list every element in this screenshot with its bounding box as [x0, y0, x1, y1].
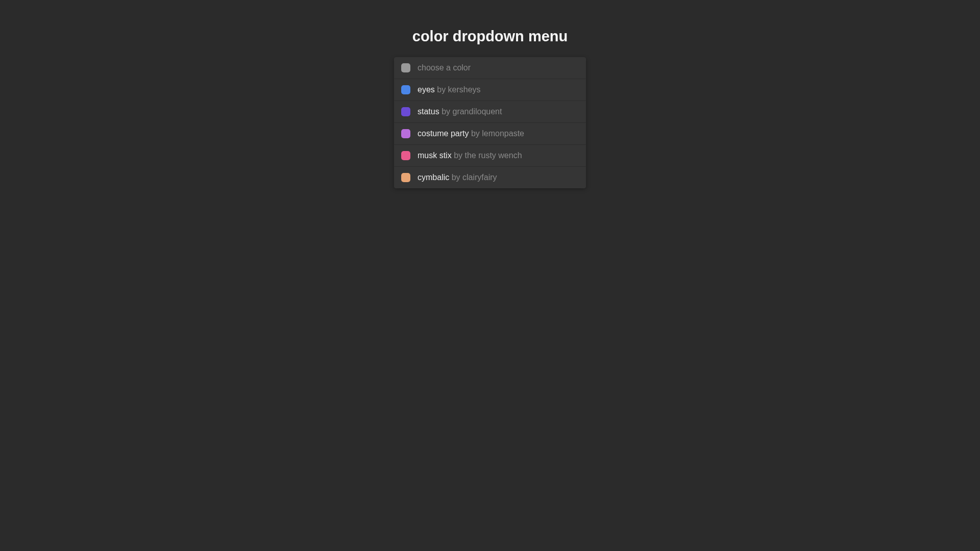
option-text: status by grandiloquent: [418, 108, 502, 116]
option-byline: by grandiloquent: [442, 107, 502, 116]
option-byline: by clairyfairy: [452, 173, 497, 182]
dropdown-option[interactable]: costume party by lemonpaste: [394, 123, 586, 145]
dropdown-placeholder[interactable]: choose a color: [394, 57, 586, 79]
option-name: cymbalic: [418, 173, 449, 182]
page-title: color dropdown menu: [412, 28, 568, 45]
color-dropdown: choose a color eyes by kersheys status b…: [394, 57, 586, 188]
dropdown-option[interactable]: musk stix by the rusty wench: [394, 145, 586, 167]
option-text: eyes by kersheys: [418, 86, 481, 94]
color-swatch-icon: [401, 107, 410, 116]
color-swatch-icon: [401, 129, 410, 138]
dropdown-option[interactable]: status by grandiloquent: [394, 101, 586, 123]
option-name: status: [418, 107, 439, 116]
option-text: musk stix by the rusty wench: [418, 152, 522, 160]
color-swatch-icon: [401, 63, 410, 72]
dropdown-option[interactable]: eyes by kersheys: [394, 79, 586, 101]
option-byline: by lemonpaste: [471, 129, 524, 138]
option-byline: by kersheys: [437, 85, 480, 94]
color-swatch-icon: [401, 173, 410, 182]
color-swatch-icon: [401, 85, 410, 94]
color-swatch-icon: [401, 151, 410, 160]
placeholder-label: choose a color: [418, 63, 471, 72]
option-text: cymbalic by clairyfairy: [418, 173, 497, 182]
option-byline: by the rusty wench: [454, 151, 522, 160]
option-name: musk stix: [418, 151, 452, 160]
option-name: costume party: [418, 129, 469, 138]
option-name: eyes: [418, 85, 435, 94]
option-text: costume party by lemonpaste: [418, 130, 524, 138]
dropdown-option[interactable]: cymbalic by clairyfairy: [394, 167, 586, 188]
